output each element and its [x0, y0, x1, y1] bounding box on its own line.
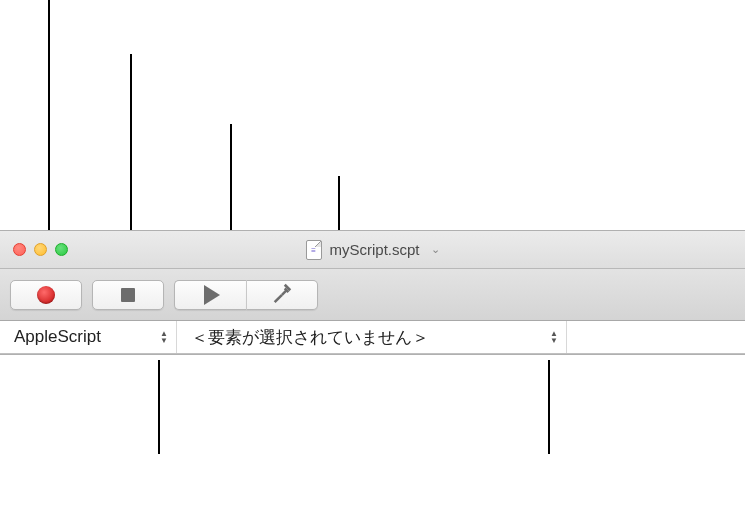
record-icon [37, 286, 55, 304]
traffic-lights [0, 243, 68, 256]
minimize-button[interactable] [34, 243, 47, 256]
element-label: ＜要素が選択されていません＞ [191, 326, 429, 349]
close-button[interactable] [13, 243, 26, 256]
record-button[interactable] [10, 280, 82, 310]
stepper-icon: ▲▼ [160, 331, 168, 344]
document-icon: ≡ [305, 240, 321, 260]
play-icon [204, 285, 220, 305]
toolbar [0, 269, 745, 321]
script-editor-window: ≡ myScript.scpt ⌄ A [0, 230, 745, 355]
selector-bar: AppleScript ▲▼ ＜要素が選択されていません＞ ▲▼ [0, 321, 745, 354]
maximize-button[interactable] [55, 243, 68, 256]
build-button[interactable] [246, 280, 318, 310]
callout-line [158, 360, 160, 454]
element-selector[interactable]: ＜要素が選択されていません＞ ▲▼ [177, 321, 567, 353]
play-button[interactable] [174, 280, 246, 310]
stepper-icon: ▲▼ [550, 331, 558, 344]
titlebar: ≡ myScript.scpt ⌄ [0, 231, 745, 269]
stop-button[interactable] [92, 280, 164, 310]
hammer-icon [271, 282, 293, 308]
chevron-down-icon: ⌄ [431, 243, 440, 256]
window-title[interactable]: ≡ myScript.scpt ⌄ [305, 240, 439, 260]
window-title-text: myScript.scpt [329, 241, 419, 258]
language-selector[interactable]: AppleScript ▲▼ [0, 321, 177, 353]
stop-icon [121, 288, 135, 302]
language-label: AppleScript [14, 327, 101, 347]
callout-line [548, 360, 550, 454]
